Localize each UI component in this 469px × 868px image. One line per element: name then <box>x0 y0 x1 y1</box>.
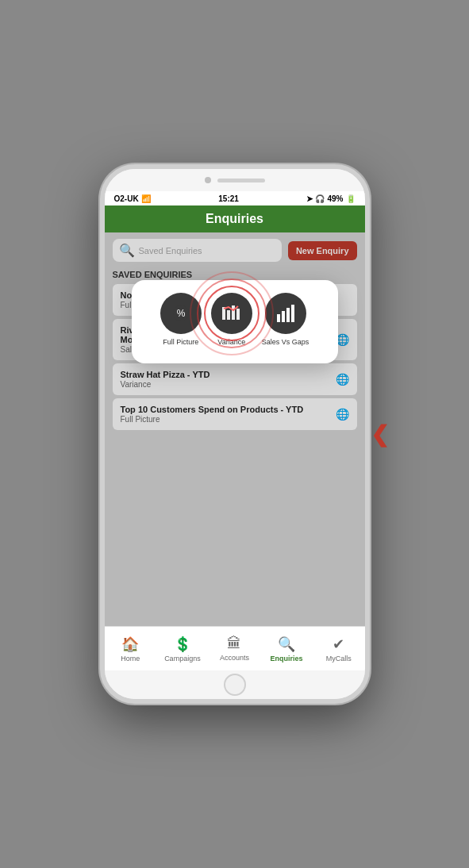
full-picture-svg: % <box>171 304 190 323</box>
nav-label-accounts: Accounts <box>220 654 249 662</box>
sales-vs-gaps-label: Sales Vs Gaps <box>262 338 309 346</box>
nav-item-campaigns[interactable]: 💲 Campaigns <box>156 627 209 670</box>
full-picture-label: Full Picture <box>163 338 198 346</box>
phone-bottom <box>105 670 365 699</box>
variance-icon-inner <box>211 293 252 334</box>
nav-label-mycalls: MyCalls <box>326 655 352 663</box>
wifi-icon: 📶 <box>141 194 151 203</box>
status-right: ➤ 🎧 49% 🔋 <box>306 194 355 203</box>
nav-item-accounts[interactable]: 🏛 Accounts <box>209 627 261 670</box>
popup-overlay: % Full Picture <box>105 232 365 626</box>
status-left: O2-UK 📶 <box>114 194 151 203</box>
status-time: 15:21 <box>218 194 239 203</box>
phone-screen: O2-UK 📶 15:21 ➤ 🎧 49% 🔋 Enquiries <box>105 191 365 670</box>
enquiries-icon: 🔍 <box>278 636 295 653</box>
nav-item-home[interactable]: 🏠 Home <box>105 627 157 670</box>
popup-icons-row: % Full Picture <box>160 293 309 346</box>
mycalls-icon: ✔ <box>333 636 344 653</box>
nav-label-campaigns: Campaigns <box>164 655 201 663</box>
svg-text:%: % <box>176 308 185 319</box>
location-icon: ➤ <box>306 194 313 203</box>
svg-rect-8 <box>286 308 290 322</box>
nav-item-mycalls[interactable]: ✔ MyCalls <box>313 627 365 670</box>
svg-rect-7 <box>282 311 285 322</box>
status-bar: O2-UK 📶 15:21 ➤ 🎧 49% 🔋 <box>105 191 365 205</box>
headphones-icon: 🎧 <box>315 194 325 203</box>
svg-rect-4 <box>232 305 235 320</box>
battery-text: 49% <box>327 194 343 203</box>
nav-label-enquiries: Enquiries <box>271 655 303 663</box>
variance-svg <box>221 302 243 325</box>
radar-container <box>211 293 252 334</box>
svg-rect-6 <box>277 314 280 322</box>
svg-rect-9 <box>291 305 294 322</box>
battery-icon: 🔋 <box>346 194 356 203</box>
phone-speaker <box>217 179 265 182</box>
home-icon: 🏠 <box>121 636 139 653</box>
svg-rect-5 <box>236 309 240 320</box>
side-arrow-icon[interactable]: ❮ <box>371 421 389 447</box>
sales-vs-gaps-svg <box>275 303 296 324</box>
phone-notch <box>105 169 365 191</box>
home-button[interactable] <box>224 674 246 696</box>
popup-box: % Full Picture <box>132 280 338 363</box>
accounts-icon: 🏛 <box>227 636 241 652</box>
popup-icon-variance[interactable]: Variance <box>211 293 252 346</box>
camera-dot <box>205 177 211 183</box>
app-header: Enquiries <box>105 205 365 232</box>
svg-rect-3 <box>227 310 230 320</box>
campaigns-icon: 💲 <box>174 636 191 653</box>
app-title: Enquiries <box>105 212 365 226</box>
carrier-text: O2-UK <box>114 194 139 203</box>
content-area: 🔍 Saved Enquiries New Enquiry SAVED ENQU… <box>105 232 365 626</box>
nav-item-enquiries[interactable]: 🔍 Enquiries <box>260 627 313 670</box>
bottom-nav: 🏠 Home 💲 Campaigns 🏛 Accounts 🔍 Enquirie… <box>105 626 365 670</box>
nav-label-home: Home <box>121 655 140 663</box>
